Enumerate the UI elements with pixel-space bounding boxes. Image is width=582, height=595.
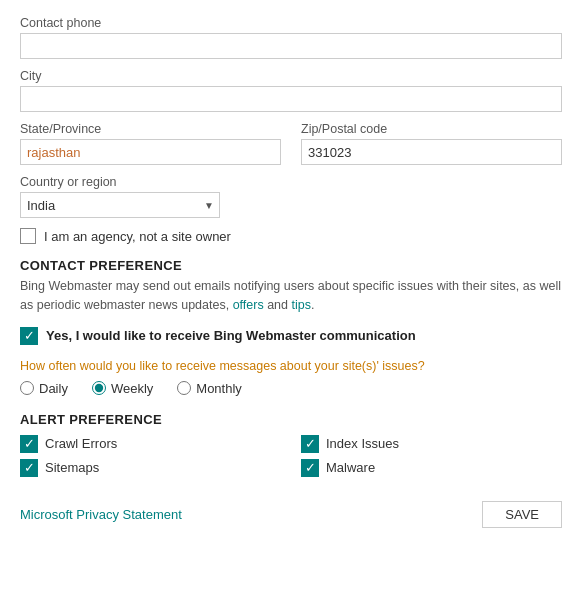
- crawl-errors-checkbox[interactable]: ✓: [20, 435, 38, 453]
- country-group: Country or region India United States Un…: [20, 175, 562, 218]
- weekly-radio[interactable]: [92, 381, 106, 395]
- contact-phone-input[interactable]: [20, 33, 562, 59]
- alert-pref-title: ALERT PREFERENCE: [20, 412, 562, 427]
- agency-label: I am an agency, not a site owner: [44, 229, 231, 244]
- state-label: State/Province: [20, 122, 281, 136]
- check-icon: ✓: [305, 461, 316, 474]
- check-icon: ✓: [305, 437, 316, 450]
- contact-preference-section: CONTACT PREFERENCE Bing Webmaster may se…: [20, 258, 562, 396]
- zip-label: Zip/Postal code: [301, 122, 562, 136]
- privacy-link[interactable]: Microsoft Privacy Statement: [20, 507, 182, 522]
- contact-pref-title: CONTACT PREFERENCE: [20, 258, 562, 273]
- index-issues-label: Index Issues: [326, 436, 399, 451]
- monthly-radio-item[interactable]: Monthly: [177, 381, 242, 396]
- zip-input[interactable]: [301, 139, 562, 165]
- frequency-question: How often would you like to receive mess…: [20, 359, 562, 373]
- alert-grid: ✓ Crawl Errors ✓ Index Issues ✓ Sitemaps…: [20, 435, 562, 477]
- weekly-label: Weekly: [111, 381, 153, 396]
- city-group: City: [20, 69, 562, 112]
- agency-row: I am an agency, not a site owner: [20, 228, 562, 244]
- country-select-wrapper: India United States United Kingdom Canad…: [20, 192, 220, 218]
- malware-label: Malware: [326, 460, 375, 475]
- check-icon: ✓: [24, 437, 35, 450]
- check-icon: ✓: [24, 461, 35, 474]
- contact-pref-desc: Bing Webmaster may send out emails notif…: [20, 277, 562, 315]
- country-label: Country or region: [20, 175, 562, 189]
- bing-comm-label: Yes, I would like to receive Bing Webmas…: [46, 328, 416, 343]
- alert-preference-section: ALERT PREFERENCE ✓ Crawl Errors ✓ Index …: [20, 412, 562, 477]
- contact-phone-label: Contact phone: [20, 16, 562, 30]
- state-input[interactable]: [20, 139, 281, 165]
- sitemaps-item: ✓ Sitemaps: [20, 459, 281, 477]
- crawl-errors-label: Crawl Errors: [45, 436, 117, 451]
- sitemaps-checkbox[interactable]: ✓: [20, 459, 38, 477]
- city-input[interactable]: [20, 86, 562, 112]
- country-select[interactable]: India United States United Kingdom Canad…: [20, 192, 220, 218]
- city-label: City: [20, 69, 562, 83]
- bing-comm-checkbox[interactable]: ✓: [20, 327, 38, 345]
- malware-item: ✓ Malware: [301, 459, 562, 477]
- index-issues-checkbox[interactable]: ✓: [301, 435, 319, 453]
- daily-radio[interactable]: [20, 381, 34, 395]
- malware-checkbox[interactable]: ✓: [301, 459, 319, 477]
- offers-link[interactable]: offers: [233, 298, 264, 312]
- contact-phone-group: Contact phone: [20, 16, 562, 59]
- state-group: State/Province: [20, 122, 281, 165]
- bing-comm-row: ✓ Yes, I would like to receive Bing Webm…: [20, 327, 562, 345]
- weekly-radio-item[interactable]: Weekly: [92, 381, 153, 396]
- daily-radio-item[interactable]: Daily: [20, 381, 68, 396]
- monthly-radio[interactable]: [177, 381, 191, 395]
- crawl-errors-item: ✓ Crawl Errors: [20, 435, 281, 453]
- monthly-label: Monthly: [196, 381, 242, 396]
- agency-checkbox[interactable]: [20, 228, 36, 244]
- save-button[interactable]: SAVE: [482, 501, 562, 528]
- zip-group: Zip/Postal code: [301, 122, 562, 165]
- state-zip-row: State/Province Zip/Postal code: [20, 122, 562, 165]
- tips-link[interactable]: tips: [291, 298, 310, 312]
- check-icon: ✓: [24, 329, 35, 342]
- index-issues-item: ✓ Index Issues: [301, 435, 562, 453]
- frequency-radio-group: Daily Weekly Monthly: [20, 381, 562, 396]
- sitemaps-label: Sitemaps: [45, 460, 99, 475]
- daily-label: Daily: [39, 381, 68, 396]
- footer-row: Microsoft Privacy Statement SAVE: [20, 493, 562, 528]
